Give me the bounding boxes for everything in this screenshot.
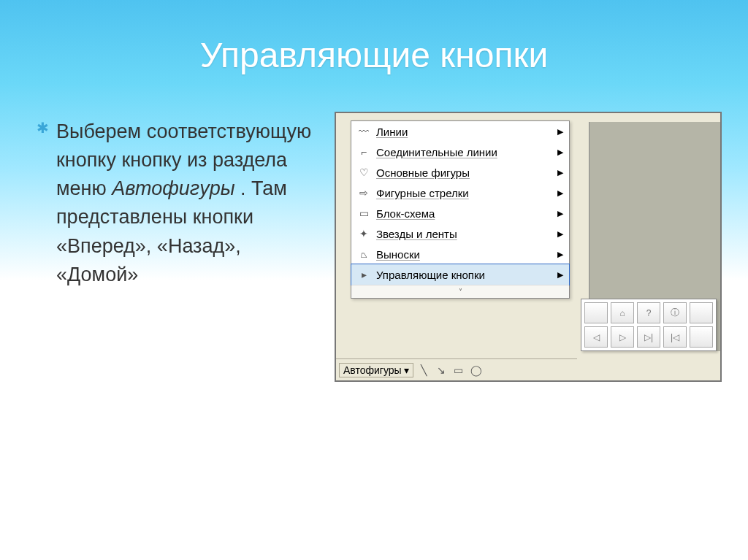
menu-label: Соединительные линии xyxy=(376,146,553,158)
menu-item-lines[interactable]: 〰 Линии ▶ xyxy=(351,121,569,142)
menu-item-flowchart[interactable]: ▭ Блок-схема ▶ xyxy=(351,203,569,223)
menu-label: Управляющие кнопки xyxy=(376,269,553,281)
menu-expand-chevron-icon[interactable]: ˅ xyxy=(351,285,569,298)
connectors-icon: ⌐ xyxy=(356,145,372,159)
menu-item-connectors[interactable]: ⌐ Соединительные линии ▶ xyxy=(351,142,569,162)
arrow-tool-icon[interactable]: ↘ xyxy=(434,363,449,377)
action-buttons-submenu: ⌂ ? ⓘ ◁ ▷ ▷| |◁ xyxy=(581,299,717,351)
chevron-right-icon: ▶ xyxy=(557,188,563,198)
menu-item-action-buttons[interactable]: ▸ Управляющие кнопки ▶ xyxy=(351,264,570,285)
menu-item-block-arrows[interactable]: ⇨ Фигурные стрелки ▶ xyxy=(351,183,569,203)
rectangle-tool-icon[interactable]: ▭ xyxy=(451,363,466,377)
action-button-home[interactable]: ⌂ xyxy=(611,302,634,323)
basic-shapes-icon: ♡ xyxy=(356,165,372,180)
bullet-block: ✱ Выберем соответствующую кнопку кнопку … xyxy=(37,112,321,382)
bullet-text-italic: Автофигуры xyxy=(112,177,234,199)
menu-item-stars[interactable]: ✦ Звезды и ленты ▶ xyxy=(351,223,569,244)
chevron-right-icon: ▶ xyxy=(557,127,563,137)
chevron-right-icon: ▶ xyxy=(557,147,563,157)
action-button-end[interactable]: ▷| xyxy=(637,326,660,348)
action-button-blank2[interactable] xyxy=(690,302,713,323)
embedded-screenshot: 〰 Линии ▶ ⌐ Соединительные линии ▶ ♡ Осн… xyxy=(335,112,722,382)
chevron-right-icon: ▶ xyxy=(557,250,563,259)
menu-label: Выноски xyxy=(376,248,553,261)
action-buttons-icon: ▸ xyxy=(356,267,372,282)
content-area: ✱ Выберем соответствующую кнопку кнопку … xyxy=(0,75,748,382)
action-button-blank3[interactable] xyxy=(690,326,713,348)
chevron-right-icon: ▶ xyxy=(557,229,563,239)
action-button-info[interactable]: ⓘ xyxy=(663,302,687,323)
menu-item-basic-shapes[interactable]: ♡ Основные фигуры ▶ xyxy=(351,162,569,183)
oval-tool-icon[interactable]: ◯ xyxy=(469,363,484,377)
chevron-right-icon: ▶ xyxy=(557,209,563,218)
action-button-help[interactable]: ? xyxy=(637,302,660,323)
menu-label: Блок-схема xyxy=(376,207,553,220)
menu-label: Звезды и ленты xyxy=(376,228,553,240)
line-tool-icon[interactable]: ╲ xyxy=(416,363,431,377)
autoshapes-dropdown[interactable]: Автофигуры ▾ xyxy=(339,363,413,377)
chevron-right-icon: ▶ xyxy=(557,168,563,177)
bullet-paragraph: Выберем соответствующую кнопку кнопку из… xyxy=(56,118,321,382)
action-button-forward[interactable]: ▷ xyxy=(611,326,634,348)
menu-item-callouts[interactable]: ⏢ Выноски ▶ xyxy=(351,244,569,264)
dropdown-arrow-icon: ▾ xyxy=(404,364,409,376)
action-button-back[interactable]: ◁ xyxy=(584,326,608,348)
lines-icon: 〰 xyxy=(356,124,372,139)
slide-title: Управляющие кнопки xyxy=(0,0,748,75)
autoshapes-menu[interactable]: 〰 Линии ▶ ⌐ Соединительные линии ▶ ♡ Осн… xyxy=(351,120,570,299)
chevron-right-icon: ▶ xyxy=(557,270,563,280)
autoshapes-label: Автофигуры xyxy=(343,364,402,376)
menu-label: Линии xyxy=(376,126,553,138)
flowchart-icon: ▭ xyxy=(356,206,372,220)
action-button-begin[interactable]: |◁ xyxy=(663,326,687,348)
stars-icon: ✦ xyxy=(356,226,372,241)
block-arrows-icon: ⇨ xyxy=(356,185,372,200)
bullet-star-icon: ✱ xyxy=(37,118,49,382)
callouts-icon: ⏢ xyxy=(356,247,372,261)
drawing-toolbar: Автофигуры ▾ ╲ ↘ ▭ ◯ xyxy=(336,358,577,380)
menu-label: Фигурные стрелки xyxy=(376,187,553,199)
menu-label: Основные фигуры xyxy=(376,166,553,179)
action-button-blank[interactable] xyxy=(584,302,608,323)
